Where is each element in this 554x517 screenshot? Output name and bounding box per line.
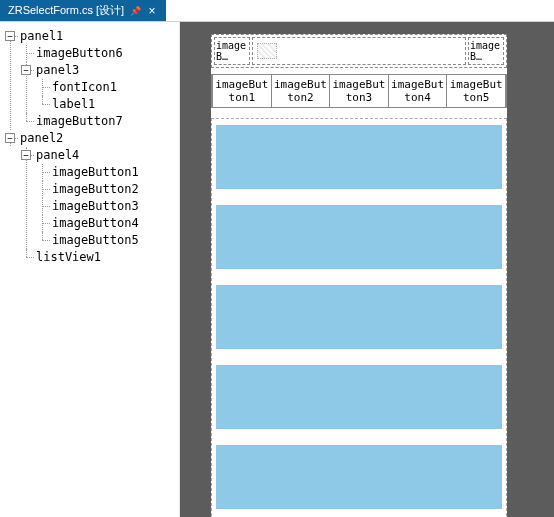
tree-node-imageButton1[interactable]: imageButton1 xyxy=(36,164,175,181)
tree-node-panel2[interactable]: − panel2 − panel4 imageButton1 imageButt… xyxy=(4,130,175,266)
list-item[interactable] xyxy=(216,365,502,429)
close-icon[interactable]: × xyxy=(146,5,158,17)
tree-node-label1[interactable]: label1 xyxy=(36,96,175,113)
tree-node-panel1[interactable]: − panel1 imageButton6 − panel3 fontIcon1 xyxy=(4,28,175,130)
list-item[interactable] xyxy=(216,125,502,189)
collapse-icon[interactable]: − xyxy=(21,150,31,160)
tree-node-imageButton2[interactable]: imageButton2 xyxy=(36,181,175,198)
imageButton2[interactable]: imageButton2 xyxy=(271,74,331,108)
tree-node-imageButton5[interactable]: imageButton5 xyxy=(36,232,175,249)
imageButton1[interactable]: imageButton1 xyxy=(212,74,272,108)
design-surface[interactable]: imageB… imageB… imageButton1 imageButton… xyxy=(180,22,554,517)
pin-icon[interactable]: 📌 xyxy=(130,6,140,16)
document-tab-active[interactable]: ZRSelectForm.cs [设计] 📌 × xyxy=(0,0,166,21)
form-designer-root[interactable]: imageB… imageB… imageButton1 imageButton… xyxy=(211,34,507,517)
fontIcon1-icon[interactable] xyxy=(257,43,277,59)
imageButton4[interactable]: imageButton4 xyxy=(388,74,448,108)
document-tab-title: ZRSelectForm.cs [设计] xyxy=(8,3,124,18)
tree-node-panel3[interactable]: − panel3 fontIcon1 label1 xyxy=(20,62,175,113)
list-item[interactable] xyxy=(216,445,502,509)
imageButton5[interactable]: imageButton5 xyxy=(446,74,506,108)
list-item[interactable] xyxy=(216,205,502,269)
document-tab-bar: ZRSelectForm.cs [设计] 📌 × xyxy=(0,0,554,22)
tree-node-imageButton7[interactable]: imageButton7 xyxy=(20,113,175,130)
imageButton7[interactable]: imageB… xyxy=(468,37,504,65)
tree-node-imageButton4[interactable]: imageButton4 xyxy=(36,215,175,232)
panel4[interactable]: imageButton1 imageButton2 imageButton3 i… xyxy=(211,74,507,108)
tree-node-imageButton6[interactable]: imageButton6 xyxy=(20,45,175,62)
outline-tree: − panel1 imageButton6 − panel3 fontIcon1 xyxy=(4,28,175,266)
imageButton6[interactable]: imageB… xyxy=(214,37,250,65)
document-outline-panel: − panel1 imageButton6 − panel3 fontIcon1 xyxy=(0,22,180,517)
tree-node-listView1[interactable]: listView1 xyxy=(20,249,175,266)
workspace: − panel1 imageButton6 − panel3 fontIcon1 xyxy=(0,22,554,517)
tree-node-panel4[interactable]: − panel4 imageButton1 imageButton2 image… xyxy=(20,147,175,249)
collapse-icon[interactable]: − xyxy=(5,31,15,41)
tree-node-fontIcon1[interactable]: fontIcon1 xyxy=(36,79,175,96)
listView1[interactable] xyxy=(211,118,507,517)
tree-node-imageButton3[interactable]: imageButton3 xyxy=(36,198,175,215)
list-item[interactable] xyxy=(216,285,502,349)
collapse-icon[interactable]: − xyxy=(21,65,31,75)
panel3[interactable] xyxy=(252,37,466,65)
collapse-icon[interactable]: − xyxy=(5,133,15,143)
imageButton3[interactable]: imageButton3 xyxy=(329,74,389,108)
panel1[interactable]: imageB… imageB… xyxy=(211,34,507,68)
